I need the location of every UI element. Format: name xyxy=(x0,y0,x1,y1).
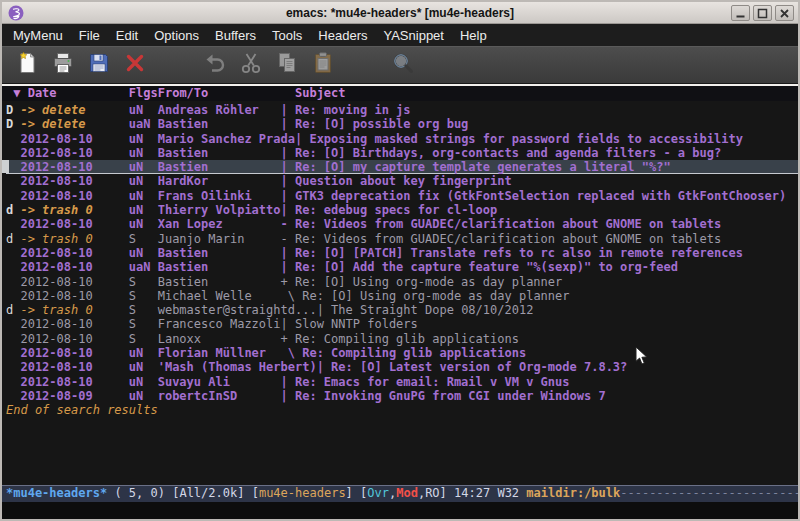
message-from: Thierry Volpiatto xyxy=(158,203,281,217)
modeline-folder: maildir:/bulk xyxy=(526,486,620,500)
message-date: 2012-08-10 xyxy=(20,317,128,331)
modeline-modified-indicator: Mod xyxy=(396,486,418,500)
window-titlebar[interactable]: emacs: *mu4e-headers* [mu4e-headers] xyxy=(2,2,798,24)
mark-char xyxy=(6,332,20,346)
search-icon xyxy=(391,51,415,79)
thread-separator: | xyxy=(281,146,295,160)
message-from: Andreas Röhler xyxy=(158,103,281,117)
paste-button xyxy=(310,52,336,78)
message-from: robertcInSD xyxy=(158,389,281,403)
menu-item-file[interactable]: File xyxy=(71,25,108,46)
print-button[interactable] xyxy=(50,52,76,78)
message-date: -> trash 0 xyxy=(20,203,128,217)
thread-separator: + xyxy=(281,332,295,346)
message-flags: S xyxy=(129,232,158,246)
message-row[interactable]: 2012-08-10uNHardKor| Question about key … xyxy=(6,174,798,188)
menu-bar: MyMenuFileEditOptionsBuffersToolsHeaders… xyxy=(2,24,798,46)
mark-char: D xyxy=(6,103,20,117)
menu-item-buffers[interactable]: Buffers xyxy=(207,25,264,46)
echo-area[interactable] xyxy=(2,502,798,519)
menu-item-headers[interactable]: Headers xyxy=(310,25,375,46)
minimize-button[interactable] xyxy=(731,5,750,21)
modeline-dashes: ---------------------------------------- xyxy=(620,486,798,500)
mark-char xyxy=(6,246,20,260)
message-row[interactable]: d-> trash 0uNThierry Volpiatto| Re: edeb… xyxy=(6,203,798,217)
message-date: 2012-08-10 xyxy=(20,174,128,188)
thread-separator: \ xyxy=(281,289,303,303)
menu-item-edit[interactable]: Edit xyxy=(108,25,146,46)
column-header-date[interactable]: Date xyxy=(28,86,57,100)
message-row[interactable]: d-> trash 0SJuanjo Marin- Re: Videos fro… xyxy=(6,232,798,246)
message-row[interactable]: 2012-08-10uNXan Lopez- Re: Videos from G… xyxy=(6,217,798,231)
close-buffer-button[interactable] xyxy=(122,52,148,78)
message-row[interactable]: 2012-08-10uaNBastien| Re: [O] Add the ca… xyxy=(6,260,798,274)
message-row[interactable]: 2012-08-10uNBastien| Re: [O] Birthdays, … xyxy=(6,146,798,160)
message-from: Lanoxx xyxy=(158,332,281,346)
message-row[interactable]: 2012-08-10uNBastien| Re: [O] my capture … xyxy=(6,160,798,174)
column-header-flags[interactable]: Flgs xyxy=(129,86,158,101)
message-row[interactable]: 2012-08-10uNMario Sanchez Prada| Exposin… xyxy=(6,132,798,146)
message-subject: Re: Videos from GUADEC/clarification abo… xyxy=(295,232,721,246)
menu-item-help[interactable]: Help xyxy=(452,25,495,46)
close-button[interactable] xyxy=(775,5,794,21)
column-header-from[interactable]: From/To xyxy=(158,86,295,101)
message-row[interactable]: 2012-08-10SBastien+ Re: [O] Using org-mo… xyxy=(6,275,798,289)
message-row[interactable]: D-> deleteuaNBastien| Re: [O] possible o… xyxy=(6,117,798,131)
message-row[interactable]: 2012-08-10uNSuvayu Ali| Re: Emacs for em… xyxy=(6,375,798,389)
column-header-subject[interactable]: Subject xyxy=(295,86,346,101)
message-row[interactable]: d-> trash 0Swebmaster@straightd...| The … xyxy=(6,303,798,317)
message-row[interactable]: 2012-08-10uN'Mash (Thomas Herbert)| Re: … xyxy=(6,360,798,374)
save-icon xyxy=(87,51,111,79)
menu-item-options[interactable]: Options xyxy=(146,25,207,46)
message-flags: uN xyxy=(129,132,158,146)
maximize-button[interactable] xyxy=(753,5,772,21)
message-subject: Re: [O] Using org-mode as day planner xyxy=(302,289,569,303)
message-date: -> trash 0 xyxy=(20,303,128,317)
message-from: Francesco Mazzoli xyxy=(158,317,281,331)
message-flags: uN xyxy=(129,346,158,360)
save-button[interactable] xyxy=(86,52,112,78)
message-flags: uN xyxy=(129,389,158,403)
message-flags: uN xyxy=(129,103,158,117)
message-row[interactable]: 2012-08-10SMichael Welle \ Re: [O] Using… xyxy=(6,289,798,303)
message-date: 2012-08-10 xyxy=(20,332,128,346)
message-flags: uaN xyxy=(129,117,158,131)
message-subject: Re: moving in js xyxy=(295,103,411,117)
message-subject: Re: edebug specs for cl-loop xyxy=(295,203,497,217)
thread-separator: | xyxy=(281,260,295,274)
message-from: Frans Oilinki xyxy=(158,189,281,203)
close-icon xyxy=(779,4,790,23)
mark-char xyxy=(6,375,20,389)
message-row[interactable]: 2012-08-10SLanoxx+ Re: Compiling glib ap… xyxy=(6,332,798,346)
message-row[interactable]: 2012-08-09uNrobertcInSD| Re: Invoking Gn… xyxy=(6,389,798,403)
message-from: Mario Sanchez Prada xyxy=(158,132,295,146)
menu-item-tools[interactable]: Tools xyxy=(264,25,310,46)
modeline-bracket: ] [ xyxy=(346,486,368,500)
message-date: 2012-08-10 xyxy=(20,275,128,289)
modeline-buffer-name: *mu4e-headers* xyxy=(6,486,107,500)
message-row[interactable]: 2012-08-10uNFlorian Müllner \ Re: Compil… xyxy=(6,346,798,360)
message-date: 2012-08-10 xyxy=(20,189,128,203)
message-row[interactable]: 2012-08-10uNBastien| Re: [O] [PATCH] Tra… xyxy=(6,246,798,260)
message-from: Suvayu Ali xyxy=(158,375,281,389)
menu-item-mymenu[interactable]: MyMenu xyxy=(5,25,71,46)
headers-header-line: ▼ Date Flgs From/To Subject xyxy=(2,86,798,101)
modeline-readonly-indicator: RO xyxy=(425,486,439,500)
mode-line[interactable]: *mu4e-headers* ( 5, 0) [All/2.0k] [mu4e-… xyxy=(2,485,798,502)
message-row[interactable]: D-> deleteuNAndreas Röhler| Re: moving i… xyxy=(6,103,798,117)
thread-separator: | xyxy=(281,389,295,403)
new-file-button[interactable] xyxy=(14,52,40,78)
menu-item-yasnippet[interactable]: YASnippet xyxy=(375,25,451,46)
message-subject: Re: Compiling glib applications xyxy=(295,332,519,346)
message-flags: uN xyxy=(129,246,158,260)
message-date: 2012-08-10 xyxy=(20,375,128,389)
copy-icon xyxy=(275,51,299,79)
search-button[interactable] xyxy=(390,52,416,78)
mark-char xyxy=(6,189,20,203)
message-from: Juanjo Marin xyxy=(158,232,281,246)
message-from: Xan Lopez xyxy=(158,217,281,231)
mark-char xyxy=(6,360,20,374)
thread-separator: - xyxy=(281,232,295,246)
message-row[interactable]: 2012-08-10uNFrans Oilinki| GTK3 deprecat… xyxy=(6,189,798,203)
message-row[interactable]: 2012-08-10SFrancesco Mazzoli| Slow NNTP … xyxy=(6,317,798,331)
